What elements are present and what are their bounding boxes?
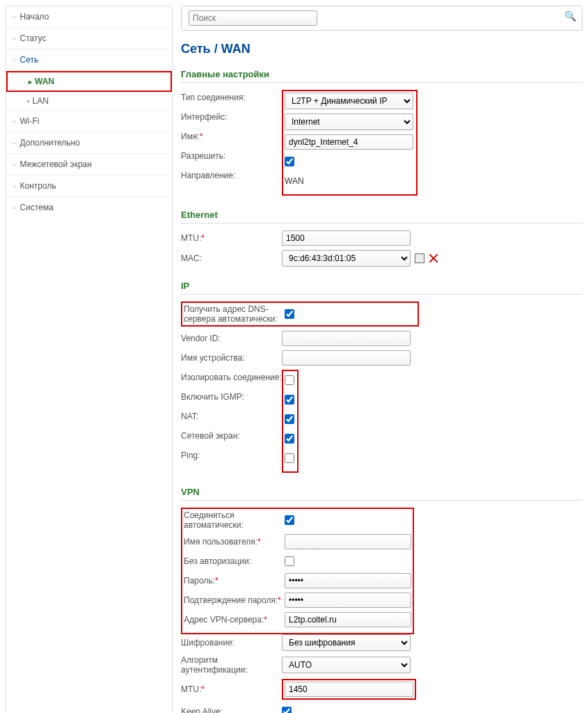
input-srv[interactable] [285, 612, 411, 627]
nav-label: Контроль [20, 181, 56, 191]
label-igmp: Включить IGMP: [181, 392, 282, 402]
select-auth[interactable]: AUTO [282, 657, 411, 673]
section-ethernet: Ethernet MTU:* MAC:9c:d6:43:3d:01:05 [181, 210, 582, 267]
clear-mac-icon[interactable] [429, 253, 438, 263]
nav-label: Wi-Fi [20, 116, 40, 126]
search-box: 🔍 [181, 6, 582, 31]
select-mac[interactable]: 9c:d6:43:3d:01:05 [282, 250, 411, 267]
nav-sub-label: LAN [33, 96, 49, 106]
highlight-dns: Получить адрес DNS-сервера автоматически… [181, 301, 419, 327]
nav-wifi[interactable]: ◦Wi-Fi [6, 111, 172, 132]
section-title: IP [181, 281, 582, 295]
nav-system[interactable]: ◦Система [6, 197, 172, 218]
nav-label: Начало [20, 12, 49, 22]
nav-lan[interactable]: •LAN [6, 92, 172, 111]
bullet-icon: ◦ [13, 204, 16, 212]
nav-label: Дополнительно [20, 138, 80, 148]
input-pass[interactable] [285, 573, 411, 588]
label-srv: Адрес VPN-сервера:* [184, 615, 285, 625]
breadcrumb: Сеть / WAN [181, 42, 582, 56]
nav-extra[interactable]: ◦Дополнительно [6, 132, 172, 154]
nav-firewall[interactable]: ◦Межсетевой экран [6, 154, 172, 175]
nav-control[interactable]: ◦Контроль [6, 175, 172, 197]
checkbox-keep[interactable] [282, 707, 292, 713]
search-input[interactable] [189, 10, 317, 26]
nav-label: Система [20, 203, 54, 212]
bullet-icon: ◦ [13, 182, 16, 190]
label-user: Имя пользователя:* [184, 537, 285, 547]
label-dir: Направление: [181, 171, 282, 180]
bullet-icon: • [27, 97, 30, 105]
nav-nachalo[interactable]: ◦Начало [6, 6, 172, 28]
section-title: VPN [181, 487, 582, 501]
highlight-vpn-top: Соединяться автоматически: Имя пользоват… [181, 508, 414, 634]
label-allow: Разрешить: [181, 151, 282, 161]
select-iface[interactable]: Internet [285, 113, 413, 130]
section-ip: IP Получить адрес DNS-сервера автоматиче… [181, 281, 582, 473]
input-devname[interactable] [282, 350, 411, 366]
bullet-icon: ◦ [13, 13, 16, 21]
nav-label: Сеть [20, 55, 39, 65]
section-title: Ethernet [181, 210, 582, 224]
bullet-icon: ◦ [13, 118, 16, 125]
label-keep: Keep Alive: [181, 707, 282, 713]
checkbox-igmp[interactable] [285, 395, 294, 405]
bullet-icon: ◦ [13, 56, 16, 64]
section-vpn: VPN Соединяться автоматически: Имя польз… [181, 487, 582, 713]
label-conn-type: Тип соединения: [181, 93, 282, 102]
checkbox-dns-auto[interactable] [285, 309, 294, 319]
select-conn-type[interactable]: L2TP + Динамический IP [285, 93, 413, 109]
nav-status[interactable]: ◦Статус [6, 28, 172, 49]
label-vpn-mtu: MTU:* [181, 684, 282, 694]
main-content: 🔍 Сеть / WAN Главные настройки Тип соеди… [181, 6, 582, 713]
label-vendor: Vendor ID: [181, 334, 282, 343]
nav-wan[interactable]: ▸WAN [6, 71, 172, 92]
checkbox-fw[interactable] [285, 434, 294, 444]
checkbox-noauth[interactable] [285, 556, 294, 566]
checkbox-allow[interactable] [285, 157, 294, 166]
input-pass2[interactable] [285, 593, 411, 608]
label-pass2: Подтверждение пароля:* [184, 595, 285, 605]
mac-actions [415, 253, 438, 263]
checkbox-nat[interactable] [285, 414, 294, 424]
input-vpn-mtu[interactable] [285, 682, 413, 697]
input-vendor[interactable] [282, 331, 411, 346]
label-name: Имя:* [181, 132, 282, 141]
label-devname: Имя устройства: [181, 353, 282, 363]
label-noauth: Без авторизации: [184, 556, 285, 566]
label-fw: Сетевой экран: [181, 431, 282, 441]
highlight-ip-checks [282, 370, 299, 473]
label-dns-auto: Получить адрес DNS-сервера автоматически… [184, 304, 285, 324]
highlight-vpn-mtu [282, 679, 416, 700]
input-mtu[interactable] [282, 230, 411, 246]
sidebar: ◦Начало ◦Статус ◦Сеть ▸WAN •LAN ◦Wi-Fi ◦… [6, 6, 173, 713]
arrow-icon: ▸ [29, 78, 32, 86]
nav-set[interactable]: ◦Сеть [6, 49, 172, 71]
bullet-icon: ◦ [13, 139, 16, 147]
label-iface: Интерфейс: [181, 112, 282, 122]
section-main: Главные настройки Тип соединения: Интерф… [181, 69, 582, 196]
nav-label: Межсетевой экран [20, 159, 92, 169]
label-isolate: Изолировать соединение: [181, 373, 282, 382]
clone-mac-icon[interactable] [415, 253, 424, 263]
checkbox-isolate[interactable] [285, 375, 294, 385]
highlight-main: L2TP + Динамический IP Internet WAN [282, 90, 418, 196]
search-icon[interactable]: 🔍 [564, 10, 576, 22]
input-user[interactable] [285, 534, 411, 549]
label-nat: NAT: [181, 412, 282, 421]
text-direction: WAN [285, 176, 304, 186]
label-ping: Ping: [181, 450, 282, 460]
label-pass: Пароль:* [184, 576, 285, 586]
select-enc[interactable]: Без шифрования [282, 634, 411, 651]
bullet-icon: ◦ [13, 35, 16, 42]
label-mac: MAC: [181, 253, 282, 263]
checkbox-auto[interactable] [285, 515, 294, 525]
label-auth: Алгоритм аутентификации: [181, 655, 282, 675]
label-auto: Соединяться автоматически: [184, 510, 285, 530]
checkbox-ping[interactable] [285, 453, 294, 463]
bullet-icon: ◦ [13, 161, 16, 169]
input-name[interactable] [285, 134, 413, 150]
label-mtu: MTU:* [181, 233, 282, 243]
label-enc: Шифрование: [181, 638, 282, 648]
section-title: Главные настройки [181, 69, 582, 83]
